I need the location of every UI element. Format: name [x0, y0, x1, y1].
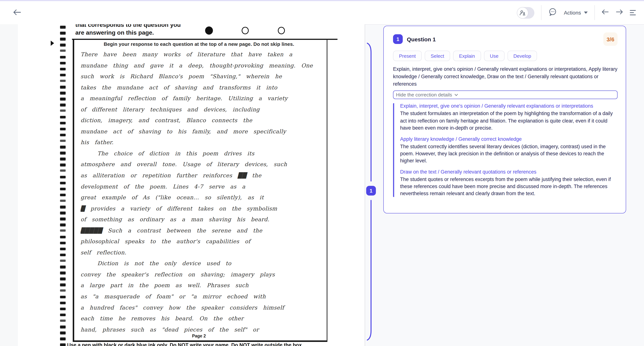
main-area: that corresponds to the question you are… — [0, 24, 644, 346]
handwriting-line: atmosphere and overall tone. Usage of li… — [80, 159, 323, 170]
binding-dash — [60, 302, 66, 304]
binding-dash — [60, 110, 66, 112]
reviewer-mode-toggle[interactable] — [517, 7, 534, 18]
binding-dash — [60, 56, 66, 58]
handwritten-essay: There have been many works of literature… — [80, 49, 323, 335]
handwriting-line: hand, phrases such as "dead pieces of th… — [80, 324, 323, 335]
handwriting-line: █████ Such a contrast between the serene… — [80, 225, 323, 236]
handwriting-line: █ provides a variety of different takes … — [80, 203, 323, 214]
binding-dash — [60, 260, 66, 262]
handwriting-line: mundane act of shaving to his family, an… — [80, 126, 323, 137]
binding-dash — [60, 247, 66, 250]
page-number-label: Page 2 — [73, 334, 325, 338]
binding-dash — [60, 296, 66, 298]
registration-mark — [51, 41, 54, 46]
handwriting-line: of something as ordinary as a man shavin… — [80, 214, 323, 225]
binding-dash — [60, 26, 66, 28]
binding-dash — [60, 98, 66, 100]
question-number-badge: 1 — [393, 34, 403, 44]
binding-dash — [60, 344, 66, 346]
answer-box-instruction: Begin your response to each question at … — [73, 41, 325, 47]
binding-dash — [60, 122, 66, 124]
rubric-chip-explain[interactable]: Explain — [453, 51, 481, 61]
handwriting-line: such work is Richard Blanco's poem "Shav… — [80, 71, 323, 82]
toolbar-right-group: Actions — [517, 1, 636, 24]
binding-dash — [60, 181, 66, 184]
binding-dash — [60, 32, 66, 34]
handwriting-line: his father. — [80, 137, 323, 148]
criterion-heading: Apply literary knowledge / Generally cor… — [400, 136, 618, 142]
binding-dash — [60, 134, 66, 137]
users-icon — [517, 7, 528, 18]
arrow-left-icon — [602, 9, 609, 16]
binding-dash — [60, 320, 66, 322]
handwriting-line: great example of As ("like ocean... so s… — [80, 192, 323, 203]
chevron-down-icon — [455, 94, 458, 96]
binding-dash — [60, 158, 66, 160]
handwriting-line: of different literary techniques and dev… — [80, 104, 323, 115]
rubric-chip-select[interactable]: Select — [425, 51, 450, 61]
arrow-right-icon — [616, 9, 623, 16]
binding-dash — [60, 50, 66, 52]
caret-down-icon — [584, 11, 588, 14]
scan-top-note: that corresponds to the question you are… — [75, 24, 181, 36]
binding-dash — [60, 68, 66, 70]
binding-dash — [60, 92, 66, 94]
handwriting-line: diction, imagery, and contrast, Blanco c… — [80, 115, 323, 126]
question-marker-badge[interactable]: 1 — [366, 186, 376, 195]
actions-dropdown[interactable]: Actions — [564, 10, 588, 16]
bubble-empty — [278, 27, 285, 34]
handwriting-line: as alliteration or repetition further re… — [80, 170, 323, 181]
hide-correction-details-toggle[interactable]: Hide the correction details — [393, 91, 618, 99]
menu-icon — [630, 10, 636, 11]
correction-section: Apply literary knowledge / Generally cor… — [400, 136, 618, 164]
binding-dash — [60, 152, 66, 154]
bubble-empty — [242, 27, 249, 34]
binding-dash — [60, 206, 66, 208]
binding-dash — [60, 338, 66, 340]
handwriting-line: convey the speaker's reflection on shavi… — [80, 269, 323, 280]
handwriting-line: The choice of diction in this poem drive… — [80, 148, 323, 159]
binding-dash — [60, 308, 66, 310]
binding-dash — [60, 38, 66, 40]
binding-dash — [60, 146, 66, 149]
binding-dash — [60, 80, 66, 82]
handwriting-line: each time he removes his beard. On the o… — [80, 313, 323, 324]
correction-details: Explain, interpret, give one's opinion /… — [393, 103, 618, 197]
binding-dash — [60, 266, 66, 268]
rubric-chip-present[interactable]: Present — [393, 51, 422, 61]
top-toolbar: Actions — [0, 1, 644, 24]
prev-page-button[interactable] — [602, 9, 609, 16]
handwriting-line: There have been many works of literature… — [80, 49, 323, 60]
rubric-chip-use[interactable]: Use — [484, 51, 504, 61]
question-region-bracket — [365, 24, 383, 346]
back-button[interactable] — [13, 8, 22, 17]
question-title: Question 1 — [407, 36, 603, 42]
menu-button[interactable] — [630, 10, 636, 15]
comment-button[interactable] — [548, 7, 557, 18]
handwriting-line: mundane thing and gave it a deep, though… — [80, 60, 323, 71]
binding-dash — [60, 170, 66, 172]
binding-dash — [60, 194, 66, 196]
next-page-button[interactable] — [616, 9, 623, 16]
handwriting-line: takes the mundane act of shaving and tra… — [80, 82, 323, 93]
binding-dash — [60, 314, 66, 316]
binding-dash — [60, 104, 66, 107]
app-window: Actions — [0, 0, 644, 346]
scanned-essay-page: that corresponds to the question you are… — [18, 24, 365, 346]
handwriting-line: a meaningful reflection of family herita… — [80, 93, 323, 104]
binding-dash — [60, 140, 66, 142]
handwriting-line: as "a masquerade of foam" or "a mirror e… — [80, 291, 323, 302]
back-arrow-icon — [13, 9, 21, 17]
rubric-chip-develop[interactable]: Develop — [507, 51, 537, 61]
binding-dash — [60, 277, 66, 280]
score-badge: 3/6 — [603, 32, 618, 46]
handwriting-line: Diction is not the only device used to — [80, 258, 323, 269]
criterion-feedback: The student correctly identifies several… — [400, 143, 618, 164]
question-correction-card: 1 Question 1 3/6 PresentSelectExplainUse… — [383, 26, 626, 213]
card-header: 1 Question 1 3/6 — [393, 32, 618, 46]
rubric-chip-row: PresentSelectExplainUseDevelop — [393, 51, 618, 61]
rubric-summary-text: Explain, interpret, give one's opinion /… — [393, 66, 618, 88]
binding-dash — [60, 284, 66, 286]
binding-dash — [60, 332, 66, 334]
